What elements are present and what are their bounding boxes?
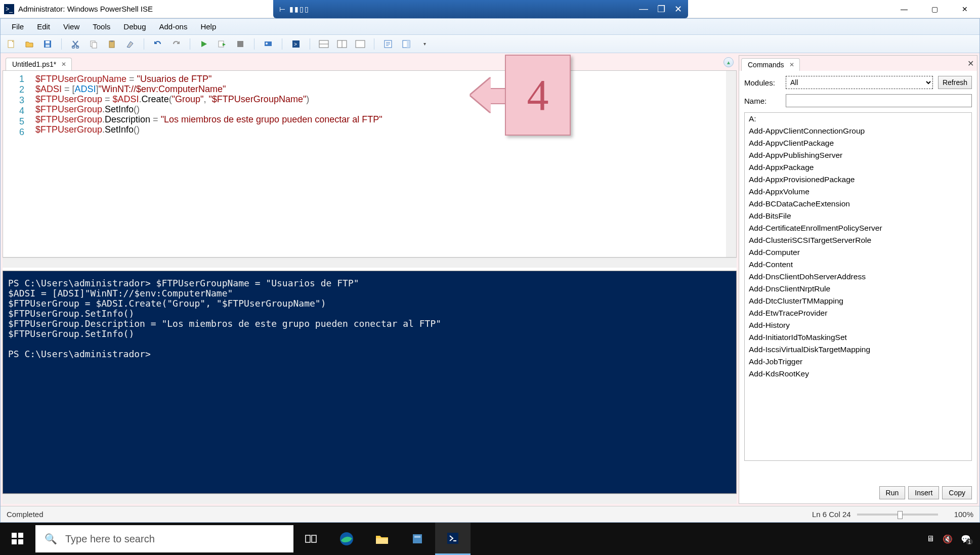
menu-add-ons[interactable]: Add-ons: [153, 20, 194, 33]
list-item[interactable]: Add-InitiatorIdToMaskingSet: [745, 331, 971, 344]
redo-button[interactable]: [171, 38, 182, 50]
show-command-button[interactable]: [382, 38, 394, 50]
list-item[interactable]: Add-DnsClientNrptRule: [745, 283, 971, 295]
notification-icon[interactable]: 💬1: [961, 534, 971, 544]
close-commands-tab-button[interactable]: ✕: [789, 61, 794, 68]
collapse-script-button[interactable]: ▲: [723, 57, 734, 67]
list-item[interactable]: Add-Content: [745, 259, 971, 271]
console-hscroll[interactable]: [3, 494, 737, 504]
copy-command-button[interactable]: Copy: [942, 486, 972, 499]
list-item[interactable]: Add-ClusteriSCSITargetServerRole: [745, 234, 971, 246]
system-tray[interactable]: 🖥 🔇 💬1: [917, 534, 980, 544]
svg-rect-26: [12, 539, 17, 544]
windows-taskbar: 🔍 Type here to search 🖥 🔇 💬1: [0, 523, 980, 555]
list-item[interactable]: Add-AppxVolume: [745, 186, 971, 198]
callout-number: 4: [505, 55, 571, 136]
close-tab-button[interactable]: ✕: [61, 61, 66, 68]
name-label: Name:: [744, 97, 781, 105]
window-title: Administrator: Windows PowerShell ISE: [18, 5, 153, 13]
toolbar-overflow-button[interactable]: ▾: [419, 38, 430, 50]
paste-button[interactable]: [106, 38, 117, 50]
script-tab[interactable]: Untitled1.ps1* ✕: [6, 58, 72, 70]
save-button[interactable]: [42, 38, 53, 50]
new-file-button[interactable]: [6, 38, 17, 50]
remote-button[interactable]: [263, 38, 274, 50]
list-item[interactable]: Add-BitsFile: [745, 210, 971, 222]
network-icon[interactable]: 🖥: [926, 534, 934, 543]
maximize-button[interactable]: ▢: [919, 0, 950, 18]
menu-view[interactable]: View: [57, 20, 86, 33]
run-command-button[interactable]: Run: [879, 486, 906, 499]
list-item[interactable]: Add-AppvPublishingServer: [745, 149, 971, 161]
cut-button[interactable]: [70, 38, 81, 50]
run-selection-button[interactable]: [217, 38, 228, 50]
list-item[interactable]: Add-AppvClientConnectionGroup: [745, 125, 971, 137]
menu-file[interactable]: File: [6, 20, 30, 33]
list-item[interactable]: Add-BCDataCacheExtension: [745, 198, 971, 210]
list-item[interactable]: Add-DtcClusterTMMapping: [745, 295, 971, 307]
run-button[interactable]: [198, 38, 209, 50]
insert-command-button[interactable]: Insert: [908, 486, 939, 499]
minimize-button[interactable]: —: [889, 0, 919, 18]
inner-close-button[interactable]: ✕: [674, 4, 682, 15]
layout-script-button[interactable]: [355, 38, 366, 50]
modules-select[interactable]: All: [786, 76, 933, 89]
server-manager-icon[interactable]: [400, 523, 435, 555]
list-item[interactable]: Add-AppvClientPackage: [745, 137, 971, 149]
list-item[interactable]: Add-IscsiVirtualDiskTargetMapping: [745, 344, 971, 356]
script-tab-strip: Untitled1.ps1* ✕ ▲: [3, 55, 737, 70]
powershell-tab-button[interactable]: >: [290, 38, 302, 50]
clear-button[interactable]: [124, 38, 136, 50]
list-item[interactable]: Add-DnsClientDohServerAddress: [745, 271, 971, 283]
svg-rect-20: [356, 40, 365, 48]
editor-hscroll[interactable]: [3, 258, 737, 268]
list-item[interactable]: Add-AppxPackage: [745, 161, 971, 174]
commands-tab[interactable]: Commands ✕: [741, 58, 800, 71]
list-item[interactable]: Add-Computer: [745, 246, 971, 259]
show-addon-button[interactable]: [401, 38, 412, 50]
name-input[interactable]: [786, 94, 972, 107]
task-view-button[interactable]: [293, 523, 329, 555]
close-button[interactable]: ✕: [950, 0, 980, 18]
svg-rect-33: [414, 536, 420, 538]
svg-point-13: [266, 42, 268, 45]
edge-icon[interactable]: [329, 523, 364, 555]
layout-both-button[interactable]: [318, 38, 329, 50]
list-item[interactable]: A:: [745, 113, 971, 125]
taskbar-search[interactable]: 🔍 Type here to search: [35, 525, 293, 552]
inner-restore-button[interactable]: ❐: [657, 4, 665, 15]
undo-button[interactable]: [152, 38, 163, 50]
menu-tools[interactable]: Tools: [87, 20, 116, 33]
commands-list[interactable]: A:Add-AppvClientConnectionGroupAdd-AppvC…: [744, 112, 972, 461]
inner-minimize-button[interactable]: —: [639, 4, 648, 15]
zoom-level: 100%: [954, 510, 973, 519]
copy-button[interactable]: [88, 38, 99, 50]
menu-debug[interactable]: Debug: [117, 20, 152, 33]
explorer-icon[interactable]: [364, 523, 400, 555]
powershell-ise-taskbar-icon[interactable]: [435, 523, 471, 555]
commands-pane: Commands ✕ ✕ Modules: All Refresh Name: …: [739, 55, 977, 504]
layout-side-button[interactable]: [336, 38, 348, 50]
list-item[interactable]: Add-CertificateEnrollmentPolicyServer: [745, 222, 971, 234]
menu-help[interactable]: Help: [194, 20, 222, 33]
list-item[interactable]: Add-AppxProvisionedPackage: [745, 174, 971, 186]
list-item[interactable]: Add-EtwTraceProvider: [745, 307, 971, 319]
console-pane[interactable]: PS C:\Users\administrador> $FTPUserGroup…: [3, 271, 737, 494]
open-file-button[interactable]: [24, 38, 35, 50]
stop-button[interactable]: [235, 38, 246, 50]
zoom-slider[interactable]: [857, 514, 938, 516]
refresh-button[interactable]: Refresh: [938, 76, 972, 89]
code-area[interactable]: $FTPUserGroupName = "Usuarios de FTP"$AD…: [31, 71, 736, 257]
menu-edit[interactable]: Edit: [31, 20, 56, 33]
svg-rect-11: [237, 41, 243, 47]
list-item[interactable]: Add-History: [745, 319, 971, 331]
app-icon: >_: [4, 4, 14, 14]
close-pane-button[interactable]: ✕: [967, 59, 974, 68]
script-editor[interactable]: 123456 $FTPUserGroupName = "Usuarios de …: [3, 70, 737, 258]
volume-muted-icon[interactable]: 🔇: [943, 534, 953, 544]
editor-vscroll[interactable]: [726, 71, 736, 257]
svg-text:>: >: [294, 41, 297, 47]
list-item[interactable]: Add-KdsRootKey: [745, 368, 971, 380]
start-button[interactable]: [0, 523, 35, 555]
list-item[interactable]: Add-JobTrigger: [745, 356, 971, 368]
